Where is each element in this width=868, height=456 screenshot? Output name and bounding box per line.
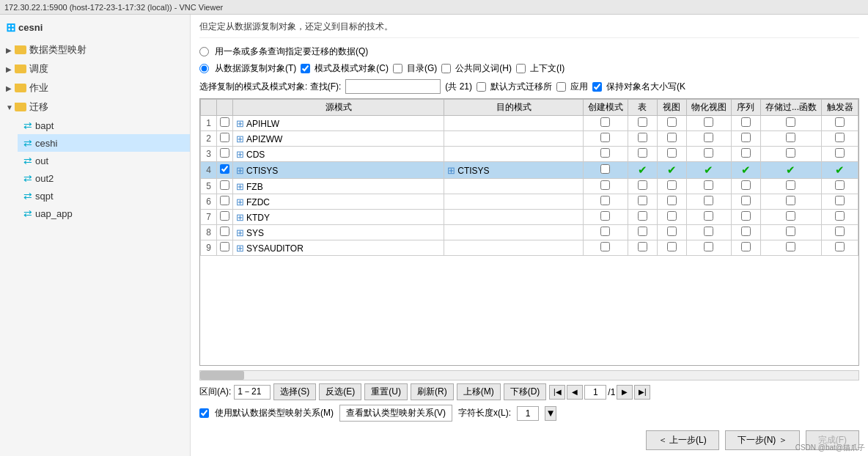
row-matview[interactable] (686, 240, 731, 256)
sidebar-item-out2[interactable]: ⇄ out2 (18, 169, 190, 187)
row-table[interactable] (628, 179, 657, 194)
checkbox-default-migrate[interactable] (477, 82, 486, 92)
checkbox-synonym[interactable] (441, 64, 451, 73)
view-checkbox[interactable] (667, 180, 677, 190)
deselect-button[interactable]: 反选(E) (319, 383, 361, 400)
table-checkbox[interactable] (638, 242, 647, 251)
row-checkbox[interactable] (220, 180, 229, 190)
create-checkbox[interactable] (600, 148, 610, 158)
view-default-mapping-button[interactable]: 查看默认类型映射关系(V) (339, 405, 452, 422)
row-sequence[interactable] (731, 179, 760, 194)
row-table[interactable] (628, 131, 657, 147)
row-sequence[interactable] (731, 225, 760, 240)
row-view[interactable] (657, 194, 686, 210)
table-checkbox[interactable] (638, 133, 647, 142)
next-page-button[interactable]: ▶ (617, 385, 633, 400)
row-view[interactable] (657, 240, 686, 256)
row-create[interactable] (583, 162, 628, 179)
row-trigger[interactable] (822, 131, 858, 147)
sidebar-item-bapt[interactable]: ⇄ bapt (18, 117, 190, 134)
row-target[interactable]: ⊞CTISYS (444, 162, 584, 179)
col-source[interactable]: 源模式 (233, 100, 444, 116)
sidebar-item-schedule[interactable]: ▶ 调度 (0, 59, 190, 78)
row-create[interactable] (583, 225, 628, 240)
row-check[interactable] (217, 116, 233, 131)
sidebar-item-data-mapping[interactable]: ▶ 数据类型映射 (0, 40, 190, 59)
scrollbar-h[interactable] (199, 370, 859, 380)
row-trigger[interactable]: ✔ (822, 162, 858, 179)
sequence-checkbox[interactable] (741, 196, 751, 205)
row-checkbox[interactable] (220, 148, 229, 158)
row-storedfunc[interactable] (760, 116, 821, 131)
use-default-mapping-checkbox[interactable] (199, 408, 209, 418)
matview-checkbox[interactable] (704, 133, 713, 142)
matview-checkbox[interactable] (704, 227, 713, 236)
trigger-checkbox[interactable] (835, 117, 845, 127)
matview-checkbox[interactable] (704, 196, 713, 205)
row-view[interactable]: ✔ (657, 162, 686, 179)
row-view[interactable] (657, 179, 686, 194)
first-page-button[interactable]: |◀ (549, 385, 565, 400)
next-step-button[interactable]: 下一步(N) ＞ (725, 430, 800, 450)
checkbox-apply[interactable] (556, 82, 566, 92)
table-checkbox[interactable] (638, 117, 647, 127)
row-source[interactable]: ⊞SYSAUDITOR (233, 240, 444, 256)
row-checkbox[interactable] (220, 117, 229, 127)
row-view[interactable] (657, 131, 686, 147)
view-checkbox[interactable] (667, 227, 677, 236)
trigger-checkbox[interactable] (835, 227, 845, 236)
create-checkbox[interactable] (600, 242, 610, 251)
view-checkbox[interactable] (667, 148, 677, 158)
col-table[interactable]: 表 (628, 100, 657, 116)
row-trigger[interactable] (822, 147, 858, 162)
trigger-checkbox[interactable] (835, 148, 845, 158)
create-checkbox[interactable] (600, 133, 610, 142)
row-checkbox[interactable] (220, 164, 229, 174)
col-sequence[interactable]: 序列 (731, 100, 760, 116)
sequence-checkbox[interactable] (741, 180, 751, 190)
range-input[interactable] (234, 385, 271, 400)
row-sequence[interactable] (731, 240, 760, 256)
row-create[interactable] (583, 147, 628, 162)
sequence-checkbox[interactable] (741, 227, 751, 236)
row-sequence[interactable] (731, 131, 760, 147)
prev-step-button[interactable]: ＜ 上一步(L) (646, 430, 719, 450)
create-checkbox[interactable] (600, 180, 610, 190)
row-source[interactable]: ⊞FZB (233, 179, 444, 194)
table-checkbox[interactable] (638, 211, 647, 221)
create-checkbox[interactable] (600, 211, 610, 221)
row-trigger[interactable] (822, 240, 858, 256)
sidebar-item-migration[interactable]: ▼ 迁移 (0, 98, 190, 117)
row-matview[interactable] (686, 131, 731, 147)
row-table[interactable] (628, 147, 657, 162)
row-trigger[interactable] (822, 210, 858, 225)
row-matview[interactable]: ✔ (686, 162, 731, 179)
trigger-checkbox[interactable] (835, 196, 845, 205)
row-storedfunc[interactable] (760, 147, 821, 162)
row-view[interactable] (657, 147, 686, 162)
row-check[interactable] (217, 240, 233, 256)
storedfunc-checkbox[interactable] (786, 242, 795, 251)
row-checkbox[interactable] (220, 242, 229, 251)
move-up-button[interactable]: 上移(M) (457, 383, 501, 400)
sequence-checkbox[interactable] (741, 117, 751, 127)
row-source[interactable]: ⊞KTDY (233, 210, 444, 225)
row-check[interactable] (217, 225, 233, 240)
row-sequence[interactable] (731, 116, 760, 131)
table-checkbox[interactable] (638, 148, 647, 158)
storedfunc-checkbox[interactable] (786, 148, 795, 158)
row-table[interactable] (628, 116, 657, 131)
checkbox-keep-case[interactable] (592, 82, 602, 92)
sequence-checkbox[interactable] (741, 133, 751, 142)
row-table[interactable]: ✔ (628, 162, 657, 179)
row-storedfunc[interactable] (760, 131, 821, 147)
radio-copy-input[interactable] (199, 64, 209, 73)
row-storedfunc[interactable] (760, 194, 821, 210)
char-length-dropdown[interactable]: ▼ (545, 406, 556, 421)
row-table[interactable] (628, 225, 657, 240)
row-source[interactable]: ⊞APIHLW (233, 116, 444, 131)
storedfunc-checkbox[interactable] (786, 117, 795, 127)
view-checkbox[interactable] (667, 196, 677, 205)
search-input[interactable] (345, 79, 441, 94)
trigger-checkbox[interactable] (835, 133, 845, 142)
